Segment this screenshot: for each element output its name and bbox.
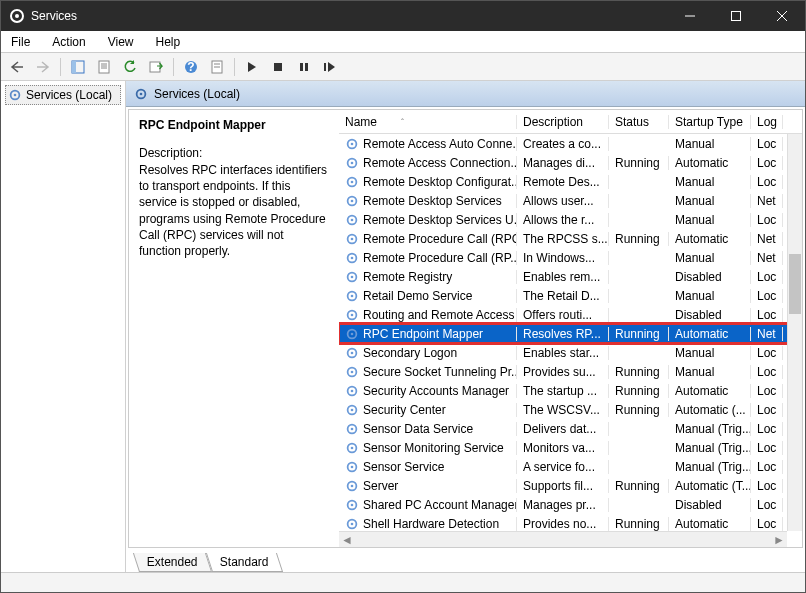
cell-startup-type: Manual (669, 346, 751, 360)
properties-alt-button[interactable] (205, 56, 229, 78)
export-list-button[interactable] (144, 56, 168, 78)
show-hide-tree-button[interactable] (66, 56, 90, 78)
service-row[interactable]: Remote Access Connection...Manages di...… (339, 153, 802, 172)
service-row[interactable]: Shared PC Account ManagerManages pr...Di… (339, 495, 802, 514)
tab-standard[interactable]: Standard (206, 553, 283, 572)
cell-log-on-as: Loc (751, 365, 783, 379)
start-service-button[interactable] (240, 56, 264, 78)
service-row[interactable]: Remote Access Auto Conne...Creates a co.… (339, 134, 802, 153)
svg-point-51 (351, 370, 354, 373)
column-header-status[interactable]: Status (609, 115, 669, 129)
svg-text:?: ? (187, 60, 194, 74)
column-header-name[interactable]: Nameˆ (339, 115, 517, 129)
cell-startup-type: Disabled (669, 308, 751, 322)
tab-extended[interactable]: Extended (133, 553, 212, 572)
restart-service-button[interactable] (318, 56, 342, 78)
service-row[interactable]: Security CenterThe WSCSV...RunningAutoma… (339, 400, 802, 419)
gear-icon (345, 346, 359, 360)
service-row[interactable]: Remote Desktop Services U...Allows the r… (339, 210, 802, 229)
horizontal-scrollbar[interactable]: ◄► (339, 531, 787, 547)
refresh-button[interactable] (118, 56, 142, 78)
close-button[interactable] (759, 1, 805, 31)
service-row[interactable]: RPC Endpoint MapperResolves RP...Running… (339, 324, 802, 343)
gear-icon (345, 156, 359, 170)
view-tabs: Extended Standard (126, 550, 805, 572)
properties-button[interactable] (92, 56, 116, 78)
cell-log-on-as: Loc (751, 270, 783, 284)
cell-startup-type: Automatic (669, 384, 751, 398)
window-title: Services (31, 9, 667, 23)
minimize-button[interactable] (667, 1, 713, 31)
back-button[interactable] (5, 56, 29, 78)
service-row[interactable]: Secure Socket Tunneling Pr...Provides su… (339, 362, 802, 381)
svg-point-55 (351, 408, 354, 411)
cell-name: Security Center (339, 403, 517, 417)
menu-action[interactable]: Action (46, 33, 91, 51)
tree-pane: Services (Local) (1, 81, 126, 572)
cell-name: Secure Socket Tunneling Pr... (339, 365, 517, 379)
cell-startup-type: Manual (669, 213, 751, 227)
cell-log-on-as: Loc (751, 175, 783, 189)
help-button[interactable]: ? (179, 56, 203, 78)
cell-description: Manages pr... (517, 498, 609, 512)
svg-point-59 (351, 446, 354, 449)
service-row[interactable]: Routing and Remote AccessOffers routi...… (339, 305, 802, 324)
cell-description: Manages di... (517, 156, 609, 170)
column-header-startup-type[interactable]: Startup Type (669, 115, 751, 129)
gear-icon (134, 87, 148, 101)
forward-button[interactable] (31, 56, 55, 78)
stop-service-button[interactable] (266, 56, 290, 78)
maximize-button[interactable] (713, 1, 759, 31)
menu-help[interactable]: Help (150, 33, 187, 51)
service-row[interactable]: Sensor ServiceA service fo...Manual (Tri… (339, 457, 802, 476)
service-row[interactable]: Secondary LogonEnables star...ManualLoc (339, 343, 802, 362)
column-header-log-on-as[interactable]: Log (751, 115, 783, 129)
cell-startup-type: Manual (669, 251, 751, 265)
column-header-description[interactable]: Description (517, 115, 609, 129)
service-row[interactable]: Security Accounts ManagerThe startup ...… (339, 381, 802, 400)
service-row[interactable]: Retail Demo ServiceThe Retail D...Manual… (339, 286, 802, 305)
description-label: Description: (139, 146, 329, 160)
service-row[interactable]: Remote Desktop Configurat...Remote Des..… (339, 172, 802, 191)
cell-name: Remote Procedure Call (RP... (339, 251, 517, 265)
cell-startup-type: Automatic (T... (669, 479, 751, 493)
service-row[interactable]: Remote Procedure Call (RPC)The RPCSS s..… (339, 229, 802, 248)
selected-service-name: RPC Endpoint Mapper (139, 118, 329, 132)
pause-service-button[interactable] (292, 56, 316, 78)
cell-status: Running (609, 384, 669, 398)
cell-startup-type: Manual (Trig... (669, 422, 751, 436)
svg-rect-3 (732, 12, 741, 21)
cell-log-on-as: Loc (751, 137, 783, 151)
vertical-scrollbar[interactable] (787, 134, 802, 531)
service-row[interactable]: Sensor Data ServiceDelivers dat...Manual… (339, 419, 802, 438)
cell-startup-type: Manual (Trig... (669, 441, 751, 455)
cell-name: Remote Desktop Configurat... (339, 175, 517, 189)
cell-log-on-as: Loc (751, 498, 783, 512)
service-row[interactable]: Remote Procedure Call (RP...In Windows..… (339, 248, 802, 267)
content-body: RPC Endpoint Mapper Description: Resolve… (128, 109, 803, 548)
cell-description: The RPCSS s... (517, 232, 609, 246)
service-row[interactable]: Remote RegistryEnables rem...DisabledLoc (339, 267, 802, 286)
service-row[interactable]: Sensor Monitoring ServiceMonitors va...M… (339, 438, 802, 457)
svg-point-47 (351, 332, 354, 335)
toolbar-separator (173, 58, 174, 76)
cell-description: In Windows... (517, 251, 609, 265)
scroll-right-icon[interactable]: ► (773, 533, 785, 547)
svg-point-37 (351, 237, 354, 240)
cell-description: Resolves RP... (517, 327, 609, 341)
sort-asc-icon: ˆ (401, 117, 404, 127)
svg-point-1 (15, 14, 19, 18)
scrollbar-thumb[interactable] (789, 254, 801, 314)
svg-rect-7 (72, 61, 76, 73)
cell-description: Remote Des... (517, 175, 609, 189)
service-row[interactable]: Remote Desktop ServicesAllows user...Man… (339, 191, 802, 210)
svg-point-61 (351, 465, 354, 468)
service-row[interactable]: ServerSupports fil...RunningAutomatic (T… (339, 476, 802, 495)
scroll-left-icon[interactable]: ◄ (341, 533, 353, 547)
cell-description: A service fo... (517, 460, 609, 474)
cell-status: Running (609, 327, 669, 341)
menu-file[interactable]: File (5, 33, 36, 51)
tree-item-services-local[interactable]: Services (Local) (5, 85, 121, 105)
menu-view[interactable]: View (102, 33, 140, 51)
cell-log-on-as: Loc (751, 460, 783, 474)
